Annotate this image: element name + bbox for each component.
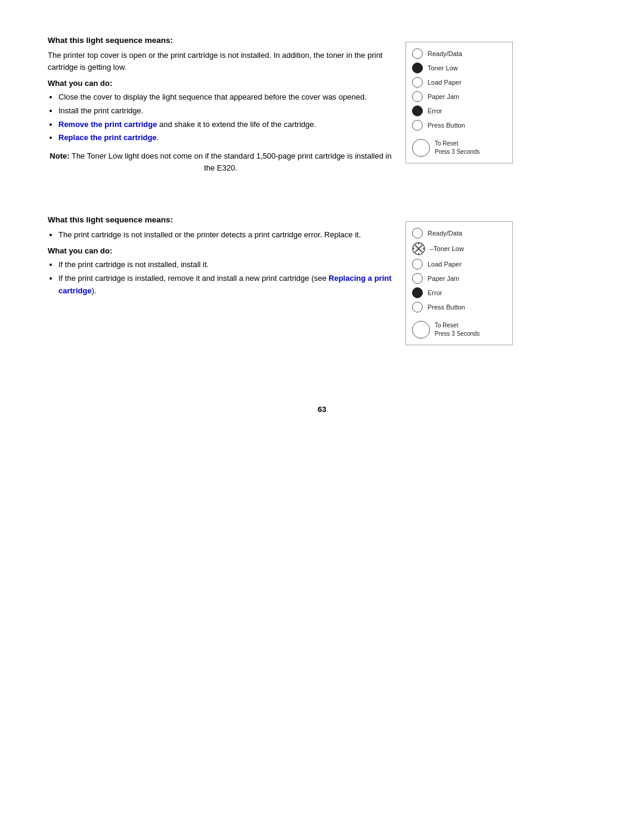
section-2-bullets-1: The print cartridge is not installed or … [58, 229, 394, 241]
led-row-jam2: Paper Jam [412, 273, 506, 284]
led-label-load-paper-1: Load Paper [428, 79, 462, 86]
list-item: Install the print cartridge. [58, 105, 394, 117]
led-load-paper-1 [412, 77, 423, 88]
diagram-box-1: Ready/Data Toner Low Load Paper Paper Ja… [405, 42, 513, 163]
led-row-jam1: Paper Jam [412, 91, 506, 102]
list-item: Close the cover to display the light seq… [58, 91, 394, 104]
led-row-toner2: –Toner Low [412, 242, 506, 255]
led-label-paper-jam-2: Paper Jam [428, 275, 459, 282]
led-toner-low-blink-2 [412, 242, 425, 255]
reset-label-1: To ResetPress 3 Seconds [435, 140, 480, 156]
led-row-ready2: Ready/Data [412, 228, 506, 239]
separator [48, 197, 596, 215]
link-replacing-cartridge[interactable]: Replacing a print cartridge [58, 274, 392, 295]
led-row-press2: Press Button [412, 302, 506, 312]
led-paper-jam-1 [412, 91, 423, 102]
led-ready-data-2 [412, 228, 423, 239]
section-2-bullets-2: If the print cartridge is not installed,… [58, 259, 394, 297]
led-label-load-paper-2: Load Paper [428, 261, 462, 268]
diagram-box-2: Ready/Data [405, 221, 513, 345]
led-label-ready-data-1: Ready/Data [428, 50, 462, 57]
list-item: Replace the print cartridge. [58, 132, 394, 144]
section-1-body: The printer top cover is open or the pri… [48, 49, 394, 73]
list-item: The print cartridge is not installed or … [58, 229, 394, 241]
note-block: Note: The Toner Low light does not come … [48, 150, 394, 174]
led-error-1 [412, 106, 423, 116]
list-item: If the print cartridge is not installed,… [58, 259, 394, 271]
reset-row-2: To ResetPress 3 Seconds [412, 321, 506, 339]
section-2-heading: What this light sequence means: [48, 215, 394, 224]
list-item: If the print cartridge is installed, rem… [58, 272, 394, 298]
led-label-toner-low-2: –Toner Low [430, 245, 464, 252]
led-load-paper-2 [412, 259, 423, 270]
led-press-button-1 [412, 120, 423, 131]
led-label-error-1: Error [428, 107, 442, 114]
led-paper-jam-2 [412, 273, 423, 284]
led-label-press-button-2: Press Button [428, 304, 465, 311]
page-content: What this light sequence means: The prin… [48, 36, 596, 414]
led-label-toner-low-1: Toner Low [428, 64, 458, 72]
led-row-ready1: Ready/Data [412, 48, 506, 59]
note-label: Note: [49, 151, 69, 160]
section-2-subheading: What you can do: [48, 246, 394, 255]
led-toner-low-1 [412, 63, 423, 73]
note-text: Note: The Toner Low light does not come … [48, 150, 394, 174]
section-1-bullets: Close the cover to display the light seq… [58, 91, 394, 144]
section-2-text: What this light sequence means: The prin… [48, 215, 394, 345]
reset-label-2: To ResetPress 3 Seconds [435, 321, 480, 338]
section-2: What this light sequence means: The prin… [48, 215, 596, 345]
led-label-error-2: Error [428, 289, 442, 296]
list-item: Remove the print cartridge and shake it … [58, 119, 394, 131]
led-ready-data-1 [412, 48, 423, 59]
section-1-heading: What this light sequence means: [48, 36, 394, 45]
link-remove-cartridge[interactable]: Remove the print cartridge [58, 120, 157, 129]
reset-circle-2 [412, 321, 430, 339]
section-1-diagram: Ready/Data Toner Low Load Paper Paper Ja… [405, 36, 513, 174]
led-label-paper-jam-1: Paper Jam [428, 93, 459, 100]
led-row-load1: Load Paper [412, 77, 506, 88]
section-1-subheading: What you can do: [48, 79, 394, 88]
section-1-text: What this light sequence means: The prin… [48, 36, 394, 174]
led-row-error2: Error [412, 287, 506, 298]
page-number: 63 [48, 405, 596, 414]
led-row-error1: Error [412, 106, 506, 116]
link-replace-cartridge[interactable]: Replace the print cartridge [58, 133, 157, 142]
led-row-load2: Load Paper [412, 259, 506, 270]
led-label-ready-data-2: Ready/Data [428, 230, 462, 237]
section-2-diagram: Ready/Data [405, 215, 513, 345]
led-row-toner1: Toner Low [412, 63, 506, 73]
reset-circle-1 [412, 139, 430, 157]
led-press-button-2 [412, 302, 423, 312]
reset-row-1: To ResetPress 3 Seconds [412, 139, 506, 157]
led-error-2 [412, 287, 423, 298]
led-row-press1: Press Button [412, 120, 506, 131]
section-1: What this light sequence means: The prin… [48, 36, 596, 174]
led-label-press-button-1: Press Button [428, 122, 465, 129]
